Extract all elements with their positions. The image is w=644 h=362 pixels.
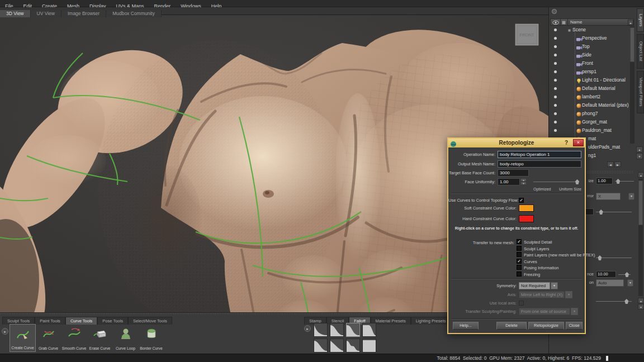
falloff-s-curve[interactable] [314, 339, 328, 353]
property-input[interactable]: 1.00 [596, 178, 613, 184]
layer-scroll-up[interactable]: ▲ [636, 146, 643, 153]
visibility-dot-icon[interactable] [554, 129, 557, 132]
layer-row[interactable]: Side [550, 51, 635, 59]
transfer-checkbox[interactable] [517, 272, 522, 277]
layer-row[interactable]: Light 01 - Directional [550, 76, 635, 84]
gear-icon[interactable] [552, 9, 557, 14]
dialog-titlebar[interactable]: Retopologize ? × [448, 139, 585, 147]
target-face-count-input[interactable]: 3000 [498, 169, 529, 177]
props-scroll-up2[interactable]: ▲ [638, 298, 644, 303]
dropdown-arrow-icon[interactable]: ▼ [627, 279, 633, 287]
help--button[interactable]: Help... [453, 322, 479, 330]
view-tab-mudbox-community[interactable]: Mudbox Community [106, 10, 162, 17]
visibility-dot-icon[interactable] [554, 104, 557, 107]
falloff-bell[interactable] [346, 323, 360, 337]
layer-row[interactable]: Front [550, 59, 635, 68]
visibility-dot-icon[interactable] [554, 87, 557, 90]
view-tab-image-browser[interactable]: Image Browser [61, 10, 106, 17]
scroll-up-button[interactable]: ▲ [628, 20, 633, 25]
layer-row[interactable]: Default Material [550, 84, 635, 93]
property-dropdown[interactable]: Auto [596, 279, 624, 287]
lock-column-icon[interactable] [562, 21, 566, 25]
view-tab-uv-view[interactable]: UV View [31, 10, 61, 17]
props-scroll-up[interactable]: ▲ [638, 172, 644, 178]
tray-tab-material-presets[interactable]: Material Presets [371, 317, 411, 325]
transfer-checkbox[interactable] [517, 246, 522, 251]
visibility-dot-icon[interactable] [554, 70, 557, 73]
face-uniformity-spinner[interactable]: ▲ ▼ [520, 178, 527, 185]
spinner-down-icon[interactable]: ▼ [520, 182, 527, 185]
tool-border-curve[interactable]: Border Curve [138, 324, 164, 352]
help-icon[interactable]: ? [565, 139, 568, 147]
delete-button[interactable]: Delete [496, 322, 527, 330]
use-curves-checkbox[interactable]: ✓ [519, 198, 524, 203]
property-input[interactable]: 10.00 [596, 271, 616, 278]
slider-handle[interactable] [598, 255, 602, 260]
layer-row[interactable]: Gorget_mat [550, 118, 635, 126]
layer-row[interactable]: Default Material (ptex) [550, 101, 635, 109]
falloff-smooth-step[interactable] [330, 323, 344, 337]
visibility-dot-icon[interactable] [554, 54, 557, 56]
visibility-dot-icon[interactable] [554, 112, 557, 115]
property-dropdown[interactable]: X [596, 193, 621, 200]
transfer-checkbox[interactable] [517, 265, 522, 270]
tool-tray-expander-icon[interactable]: ▸ [2, 328, 8, 335]
layer-row[interactable]: Scene [550, 26, 635, 34]
falloff-constant[interactable] [362, 339, 376, 353]
tray-tab-select-move-tools[interactable]: Select/Move Tools [128, 317, 172, 325]
falloff-hold-drop[interactable] [362, 323, 376, 337]
name-column-header[interactable]: Name [570, 19, 582, 26]
tray-tab-pose-tools[interactable]: Pose Tools [97, 317, 128, 325]
layer-scroll-right[interactable]: ▶ [614, 161, 621, 167]
visibility-dot-icon[interactable] [554, 96, 557, 98]
transfer-checkbox[interactable] [517, 252, 522, 257]
layer-row[interactable]: lambert2 [550, 93, 635, 101]
transfer-checkbox[interactable]: ✓ [517, 239, 522, 244]
visibility-dot-icon[interactable] [554, 45, 557, 48]
operation-name-input[interactable]: body Retopo Operation 1 [498, 151, 581, 158]
close-button[interactable]: Close [566, 322, 583, 330]
falloff-steep-ease[interactable] [314, 323, 328, 337]
layer-row[interactable]: Perspective [550, 34, 635, 42]
view-tab-3d-view[interactable]: 3D View [0, 10, 31, 17]
soft-constraint-swatch[interactable] [519, 204, 534, 212]
visibility-dot-icon[interactable] [554, 62, 557, 65]
visibility-dot-icon[interactable] [554, 79, 557, 82]
panel-tab-layers[interactable]: Layers [637, 8, 644, 32]
slider-handle[interactable] [599, 209, 603, 215]
slider-handle[interactable] [625, 272, 629, 277]
face-uniformity-slider[interactable] [533, 182, 579, 182]
layer-scroll-left[interactable]: ◀ [607, 161, 614, 167]
dropdown-arrow-icon[interactable]: ▼ [628, 193, 634, 200]
falloff-ease-out[interactable] [330, 339, 344, 353]
layer-row[interactable]: Top [550, 42, 635, 51]
face-uniformity-input[interactable]: 1.00 [498, 178, 520, 185]
falloff-wave[interactable] [346, 339, 360, 353]
tray-tab-lighting-presets[interactable]: Lighting Presets [411, 317, 451, 325]
panel-tab-viewport-filters[interactable]: Viewport Filters [637, 71, 644, 113]
close-icon[interactable]: × [573, 139, 584, 146]
slider-handle[interactable] [616, 179, 620, 184]
tray-tab-curve-tools[interactable]: Curve Tools [65, 317, 97, 325]
layer-scroll-down[interactable]: ▼ [636, 153, 643, 159]
output-mesh-name-input[interactable]: body-retopo [498, 160, 581, 168]
layer-scrollbar-thumb[interactable] [630, 27, 634, 62]
tray-tab-paint-tools[interactable]: Paint Tools [35, 317, 65, 325]
visibility-dot-icon[interactable] [554, 121, 557, 123]
panel-tab-object-list[interactable]: Object List [637, 34, 644, 69]
tray-tab-sculpt-tools[interactable]: Sculpt Tools [2, 317, 35, 325]
retopologize-button[interactable]: Retopologize [528, 322, 564, 330]
symmetry-dropdown-arrow-icon[interactable]: ▼ [551, 282, 558, 289]
hard-constraint-swatch[interactable] [519, 215, 534, 222]
layer-list-header[interactable]: Name ▲ [550, 18, 634, 26]
layer-row[interactable]: Pauldron_mat [550, 126, 635, 135]
slider-handle[interactable] [624, 299, 628, 304]
face-uniformity-slider-handle[interactable] [575, 179, 579, 184]
layer-row[interactable]: phong7 [550, 109, 635, 118]
transfer-checkbox[interactable]: ✓ [517, 259, 522, 264]
props-scroll-down[interactable]: ▼ [638, 304, 644, 309]
symmetry-dropdown[interactable]: Not Required [519, 282, 550, 289]
preset-tray-expander-icon[interactable]: ▸ [304, 325, 311, 332]
layer-row[interactable]: persp1 [550, 68, 635, 76]
visibility-dot-icon[interactable] [554, 37, 557, 40]
